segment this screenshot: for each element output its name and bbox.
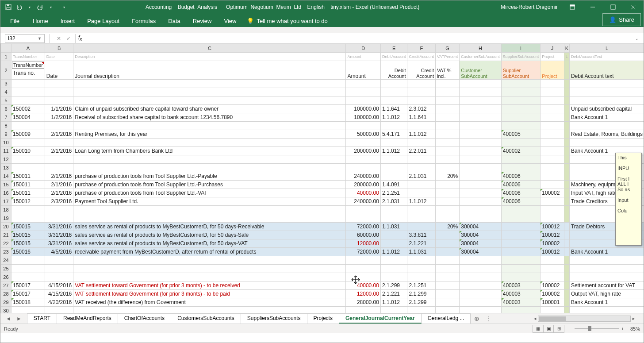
cell-I19[interactable] [501, 214, 540, 223]
cell-D23[interactable]: 72000.00 [346, 248, 380, 256]
cell-K30[interactable] [564, 307, 569, 313]
cell-L5[interactable] [569, 96, 644, 105]
cell-F20[interactable] [407, 223, 436, 231]
cell-I3[interactable] [501, 80, 540, 88]
cell-E24[interactable] [380, 256, 407, 265]
redo-icon[interactable] [36, 3, 45, 12]
cell-K10[interactable] [564, 139, 569, 147]
cell-F19[interactable] [407, 214, 436, 223]
cell-J3[interactable] [540, 80, 564, 88]
cell-D17[interactable]: 240000.00 [346, 197, 380, 206]
cell-F12[interactable] [407, 155, 436, 164]
cell-I26[interactable] [501, 273, 540, 281]
minimize-icon[interactable] [583, 0, 603, 14]
row-header-9[interactable]: 9 [1, 130, 12, 139]
cell-C18[interactable] [73, 206, 346, 214]
row-header-10[interactable]: 10 [1, 139, 12, 147]
cell-I1[interactable]: SupplierSubAccount [501, 53, 540, 61]
cell-A27[interactable]: 150017 [11, 281, 45, 290]
cell-E3[interactable] [380, 80, 407, 88]
cell-J21[interactable]: 100012 [540, 231, 564, 239]
header-cell-H[interactable]: Customer-SubAccount [460, 61, 502, 80]
cell-J17[interactable] [540, 197, 564, 206]
formula-input[interactable] [84, 34, 635, 43]
row-header-5[interactable]: 5 [1, 96, 12, 105]
cell-A13[interactable] [11, 164, 45, 172]
cell-K19[interactable] [564, 214, 569, 223]
cell-F14[interactable]: 2.1.031 [407, 172, 436, 181]
cell-E15[interactable]: 1.4.091 [380, 181, 407, 189]
cell-E14[interactable] [380, 172, 407, 181]
cell-E19[interactable] [380, 214, 407, 223]
cell-A17[interactable]: 150012 [11, 197, 45, 206]
cell-K23[interactable] [564, 248, 569, 256]
cell-F27[interactable]: 2.1.251 [407, 281, 436, 290]
cell-D21[interactable]: 60000.00 [346, 231, 380, 239]
cell-I22[interactable] [501, 239, 540, 248]
cell-I28[interactable]: 400003 [501, 290, 540, 298]
cell-L8[interactable] [569, 122, 644, 130]
cell-D4[interactable] [346, 88, 380, 96]
cell-G13[interactable] [436, 164, 460, 172]
tab-more-icon[interactable]: ⋮ [486, 316, 491, 322]
header-cell-I[interactable]: Supplier-SubAccount [501, 61, 540, 80]
cell-D3[interactable] [346, 80, 380, 88]
cell-H15[interactable] [460, 181, 502, 189]
cancel-icon[interactable]: ✕ [54, 34, 64, 43]
undo-icon[interactable] [15, 3, 23, 12]
cell-A19[interactable] [11, 214, 45, 223]
cell-I8[interactable] [501, 122, 540, 130]
cell-D7[interactable]: 100000.00 [346, 113, 380, 122]
cell-G27[interactable] [436, 281, 460, 290]
cell-K28[interactable] [564, 290, 569, 298]
cell-F1[interactable]: CreditAccount [407, 53, 436, 61]
cell-L29[interactable]: Bank Account 1 [569, 298, 644, 307]
cell-B12[interactable] [45, 155, 73, 164]
cell-B24[interactable] [45, 256, 73, 265]
cell-J10[interactable] [540, 139, 564, 147]
cell-J27[interactable]: 100002 [540, 281, 564, 290]
maximize-icon[interactable] [603, 0, 623, 14]
cell-E29[interactable]: 1.1.012 [380, 298, 407, 307]
cell-G16[interactable] [436, 189, 460, 197]
cell-A24[interactable] [11, 256, 45, 265]
column-header-B[interactable]: B [45, 44, 73, 53]
cell-D29[interactable]: 28000.00 [346, 298, 380, 307]
cell-G12[interactable] [436, 155, 460, 164]
cell-J30[interactable] [540, 307, 564, 313]
header-cell-A[interactable]: TransNumberTrans no. [11, 61, 45, 80]
column-header-G[interactable]: G [436, 44, 460, 53]
cell-D30[interactable] [346, 307, 380, 313]
cell-J23[interactable]: 100012 [540, 248, 564, 256]
cell-A12[interactable] [11, 155, 45, 164]
cell-B11[interactable]: 2/1/2016 [45, 147, 73, 155]
column-header-L[interactable]: L [569, 44, 644, 53]
cell-C17[interactable]: Payment Tool Supplier Ltd. [73, 197, 346, 206]
cell-E16[interactable]: 2.1.251 [380, 189, 407, 197]
cell-K15[interactable] [564, 181, 569, 189]
cell-J12[interactable] [540, 155, 564, 164]
cell-D24[interactable] [346, 256, 380, 265]
column-header-D[interactable]: D [346, 44, 380, 53]
cell-I25[interactable] [501, 265, 540, 273]
cell-K1[interactable]: L [564, 53, 569, 61]
cell-L1[interactable]: DebitAccountText [569, 53, 644, 61]
close-icon[interactable] [623, 0, 644, 14]
cell-E25[interactable] [380, 265, 407, 273]
sheet-tab-ReadMeAndReports[interactable]: ReadMeAndReports [57, 313, 118, 324]
cell-I17[interactable]: 400006 [501, 197, 540, 206]
cell-D18[interactable] [346, 206, 380, 214]
cell-I27[interactable]: 400003 [501, 281, 540, 290]
column-header-I[interactable]: I [501, 44, 540, 53]
cell-I24[interactable] [501, 256, 540, 265]
cell-L23[interactable]: Bank Account 1 [569, 248, 644, 256]
cell-I15[interactable]: 400006 [501, 181, 540, 189]
cell-H1[interactable]: CustomerSubAccount [460, 53, 502, 61]
normal-view-icon[interactable]: ▦ [533, 325, 543, 333]
cell-H12[interactable] [460, 155, 502, 164]
cell-G11[interactable] [436, 147, 460, 155]
cell-E8[interactable] [380, 122, 407, 130]
row-header-17[interactable]: 17 [1, 197, 12, 206]
cell-C12[interactable] [73, 155, 346, 164]
tab-data[interactable]: Data [162, 15, 186, 27]
